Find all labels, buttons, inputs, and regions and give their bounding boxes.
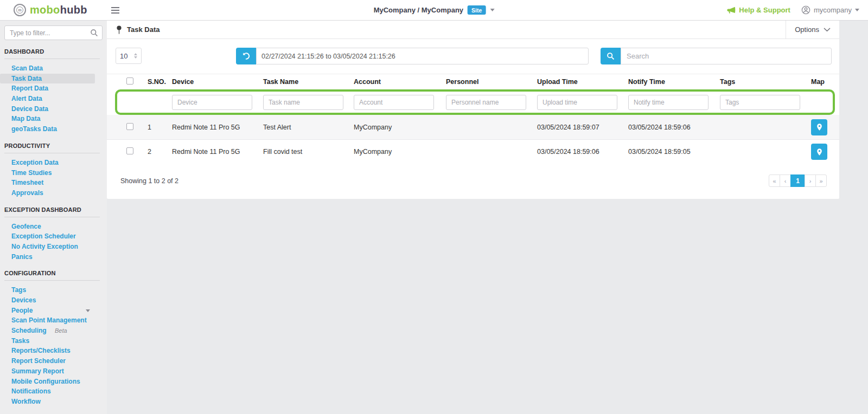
table-toolbar: 10 02/27/2024 21:15:26 to 03/05/2024 21:… [107, 39, 839, 74]
select-all-checkbox[interactable] [126, 77, 133, 85]
sidebar-item-mobile-configurations[interactable]: Mobile Configurations [0, 377, 107, 387]
pagination: « ‹ 1 › » [769, 174, 827, 187]
filter-personnel-input[interactable] [446, 95, 526, 110]
row-checkbox[interactable] [126, 123, 133, 130]
sidebar-item-panics[interactable]: Panics [0, 252, 107, 262]
filter-task-name-input[interactable] [263, 95, 343, 110]
date-range-input[interactable]: 02/27/2024 21:15:26 to 03/05/2024 21:15:… [256, 48, 589, 64]
column-header-upload-time: Upload Time [537, 78, 628, 86]
logo-suffix: hubb [60, 4, 87, 16]
cell-account: MyCompany [354, 124, 446, 131]
logo-icon: m [14, 4, 26, 16]
refresh-button[interactable] [236, 48, 256, 64]
sidebar-item-devices[interactable]: Devices [0, 295, 107, 306]
user-menu[interactable]: mycompany [801, 5, 859, 15]
help-support-label: Help & Support [739, 6, 790, 14]
table-filter-row [107, 89, 839, 115]
pagination-next-button[interactable]: › [805, 174, 816, 187]
column-header-account: Account [354, 78, 446, 86]
filter-upload-time-input[interactable] [537, 95, 617, 110]
divider [4, 59, 100, 59]
column-header-notify-time: Notify Time [628, 78, 720, 86]
cell-task-name: Test Alert [263, 124, 354, 131]
site-switcher[interactable]: MyCompany / MyCompany Site [374, 0, 495, 21]
filter-tags-input[interactable] [720, 95, 800, 110]
showing-count: Showing 1 to 2 of 2 [120, 177, 178, 185]
app-logo[interactable]: m mobohubb [14, 4, 87, 16]
map-button[interactable] [811, 119, 827, 135]
filter-device-input[interactable] [172, 95, 252, 110]
sidebar-item-tasks[interactable]: Tasks [0, 336, 107, 346]
sidebar-filter-input[interactable] [4, 25, 103, 40]
table-row: 1 Redmi Note 11 Pro 5G Test Alert MyComp… [107, 115, 839, 139]
sidebar-item-geofence[interactable]: Geofence [0, 222, 107, 232]
column-header-task-name: Task Name [263, 78, 354, 86]
cell-notify-time: 03/05/2024 18:59:06 [628, 124, 720, 131]
sidebar-item-task-data[interactable]: Task Data [0, 74, 95, 84]
sidebar-item-scan-point-management[interactable]: Scan Point Management [0, 315, 107, 326]
sidebar-item-label: People [11, 307, 33, 314]
site-badge: Site [468, 5, 486, 15]
cell-notify-time: 03/05/2024 18:59:05 [628, 148, 720, 156]
sidebar-item-geotasks-data[interactable]: geoTasks Data [0, 124, 107, 134]
sidebar-item-workflow[interactable]: Workflow [0, 397, 107, 407]
search-input[interactable] [621, 48, 832, 64]
chevron-down-icon [824, 28, 831, 32]
search-icon [607, 52, 615, 60]
sidebar-item-people[interactable]: People [0, 306, 107, 316]
refresh-icon [242, 52, 250, 60]
sidebar-item-exception-data[interactable]: Exception Data [0, 158, 107, 168]
filter-account-input[interactable] [354, 95, 434, 110]
main-panel: Task Data Options 10 02/27/2024 21:15:26… [107, 21, 839, 199]
user-icon [801, 5, 810, 15]
sidebar-item-tags[interactable]: Tags [0, 285, 107, 295]
top-header: m mobohubb MyCompany / MyCompany Site He… [0, 0, 868, 21]
sidebar-item-notifications[interactable]: Notifications [0, 386, 107, 397]
pagination-prev-button[interactable]: ‹ [780, 174, 791, 187]
sidebar-item-alert-data[interactable]: Alert Data [0, 94, 107, 104]
pagination-first-button[interactable]: « [769, 174, 780, 187]
breadcrumb: MyCompany / MyCompany [374, 6, 463, 14]
sidebar-item-reports-checklists[interactable]: Reports/Checklists [0, 346, 107, 356]
table-footer: Showing 1 to 2 of 2 « ‹ 1 › » [107, 164, 839, 199]
sidebar-item-report-data[interactable]: Report Data [0, 83, 107, 94]
sidebar-item-scheduling[interactable]: Scheduling Beta [0, 326, 107, 336]
help-support-link[interactable]: Help & Support [727, 6, 790, 14]
sidebar-item-timesheet[interactable]: Timesheet [0, 178, 107, 188]
page-size-value: 10 [120, 52, 127, 60]
chevron-down-icon [86, 309, 90, 312]
filter-notify-time-input[interactable] [628, 95, 709, 110]
sidebar-item-no-activity-exception[interactable]: No Activity Exception [0, 242, 107, 252]
sidebar-item-approvals[interactable]: Approvals [0, 188, 107, 198]
cell-upload-time: 03/05/2024 18:59:06 [537, 148, 628, 156]
hamburger-menu-icon[interactable] [111, 7, 119, 14]
page-size-select[interactable]: 10 [116, 48, 142, 64]
page-title: Task Data [127, 25, 159, 34]
spinner-arrows-icon [134, 53, 137, 59]
search-button[interactable] [601, 48, 621, 64]
pagination-last-button[interactable]: » [815, 174, 827, 187]
sidebar-item-report-scheduler[interactable]: Report Scheduler [0, 356, 107, 366]
table-row: 2 Redmi Note 11 Pro 5G Fill covid test M… [107, 139, 839, 164]
search-icon [90, 29, 98, 37]
map-button[interactable] [811, 144, 827, 160]
sidebar-section-configuration: CONFIGURATION [4, 270, 103, 276]
sidebar-item-summary-report[interactable]: Summary Report [0, 366, 107, 377]
map-pin-icon [815, 123, 824, 131]
pagination-page-1-button[interactable]: 1 [790, 174, 805, 187]
cell-account: MyCompany [354, 148, 446, 156]
sidebar-item-device-data[interactable]: Device Data [0, 104, 107, 114]
sidebar-item-map-data[interactable]: Map Data [0, 114, 107, 124]
options-label: Options [795, 25, 819, 34]
sidebar-section-exception-dashboard: EXCEPTION DASHBOARD [4, 206, 103, 213]
options-dropdown[interactable]: Options [786, 21, 839, 38]
sidebar-section-dashboard: DASHBOARD [4, 48, 103, 55]
sidebar-item-scan-data[interactable]: Scan Data [0, 63, 107, 74]
cell-sno: 2 [148, 148, 172, 156]
row-checkbox[interactable] [126, 147, 133, 154]
cell-sno: 1 [148, 124, 172, 131]
sidebar-item-time-studies[interactable]: Time Studies [0, 168, 107, 178]
column-header-tags: Tags [720, 78, 811, 86]
pushpin-icon [116, 25, 122, 34]
sidebar-item-exception-scheduler[interactable]: Exception Scheduler [0, 231, 107, 242]
